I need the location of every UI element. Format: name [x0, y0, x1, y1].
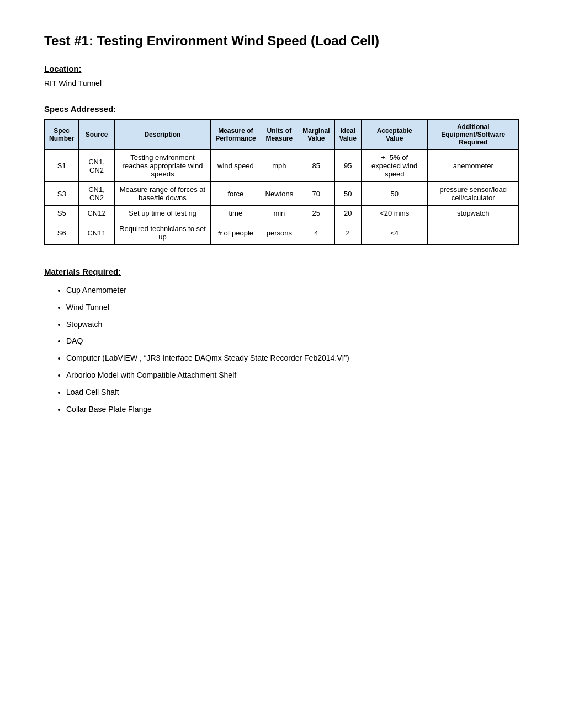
specs-heading: Specs Addressed:: [44, 104, 519, 114]
cell-3-4: persons: [261, 221, 298, 245]
cell-3-7: <4: [361, 221, 428, 245]
cell-3-6: 2: [334, 221, 361, 245]
table-header-row: SpecNumber Source Description Measure of…: [45, 120, 519, 150]
list-item: Load Cell Shaft: [66, 384, 519, 401]
col-header-additional: AdditionalEquipment/SoftwareRequired: [428, 120, 519, 150]
cell-0-8: anemometer: [428, 150, 519, 182]
cell-1-4: Newtons: [261, 182, 298, 206]
cell-1-0: S3: [45, 182, 79, 206]
col-header-acceptable: AcceptableValue: [361, 120, 428, 150]
cell-0-6: 95: [334, 150, 361, 182]
list-item: Wind Tunnel: [66, 299, 519, 316]
cell-3-2: Required technicians to set up: [114, 221, 211, 245]
cell-3-5: 4: [298, 221, 334, 245]
location-heading: Location:: [44, 64, 519, 73]
location-value: RIT Wind Tunnel: [44, 79, 519, 88]
col-header-marginal: MarginalValue: [298, 120, 334, 150]
col-header-measure: Measure ofPerformance: [211, 120, 261, 150]
list-item: Computer (LabVIEW , “JR3 Interface DAQmx…: [66, 350, 519, 367]
cell-2-6: 20: [334, 206, 361, 221]
cell-0-2: Testing environment reaches appropriate …: [114, 150, 211, 182]
cell-0-0: S1: [45, 150, 79, 182]
list-item: Arborloo Model with Compatible Attachmen…: [66, 367, 519, 384]
cell-1-3: force: [211, 182, 261, 206]
col-header-source: Source: [79, 120, 114, 150]
cell-3-1: CN11: [79, 221, 114, 245]
cell-2-1: CN12: [79, 206, 114, 221]
cell-1-1: CN1, CN2: [79, 182, 114, 206]
materials-heading: Materials Required:: [44, 267, 519, 276]
list-item: Collar Base Plate Flange: [66, 401, 519, 418]
cell-0-4: mph: [261, 150, 298, 182]
cell-2-8: stopwatch: [428, 206, 519, 221]
cell-3-3: # of people: [211, 221, 261, 245]
list-item: DAQ: [66, 333, 519, 350]
table-row: S6CN11Required technicians to set up# of…: [45, 221, 519, 245]
cell-0-3: wind speed: [211, 150, 261, 182]
col-header-units: Units ofMeasure: [261, 120, 298, 150]
col-header-ideal: IdealValue: [334, 120, 361, 150]
table-row: S3CN1, CN2Measure range of forces at bas…: [45, 182, 519, 206]
page-title: Test #1: Testing Environment Wind Speed …: [44, 33, 519, 49]
cell-0-7: +- 5% of expected wind speed: [361, 150, 428, 182]
cell-1-8: pressure sensor/load cell/calculator: [428, 182, 519, 206]
cell-0-5: 85: [298, 150, 334, 182]
cell-2-4: min: [261, 206, 298, 221]
col-header-description: Description: [114, 120, 211, 150]
cell-1-5: 70: [298, 182, 334, 206]
materials-list: Cup AnemometerWind TunnelStopwatchDAQCom…: [66, 282, 519, 417]
cell-2-2: Set up time of test rig: [114, 206, 211, 221]
specs-table: SpecNumber Source Description Measure of…: [44, 119, 519, 245]
table-row: S5CN12Set up time of test rigtimemin2520…: [45, 206, 519, 221]
cell-2-7: <20 mins: [361, 206, 428, 221]
cell-2-0: S5: [45, 206, 79, 221]
cell-3-0: S6: [45, 221, 79, 245]
cell-1-2: Measure range of forces at base/tie down…: [114, 182, 211, 206]
cell-1-7: 50: [361, 182, 428, 206]
list-item: Cup Anemometer: [66, 282, 519, 299]
cell-1-6: 50: [334, 182, 361, 206]
list-item: Stopwatch: [66, 316, 519, 333]
table-row: S1CN1, CN2Testing environment reaches ap…: [45, 150, 519, 182]
cell-2-3: time: [211, 206, 261, 221]
cell-2-5: 25: [298, 206, 334, 221]
cell-0-1: CN1, CN2: [79, 150, 114, 182]
cell-3-8: [428, 221, 519, 245]
col-header-spec-number: SpecNumber: [45, 120, 79, 150]
